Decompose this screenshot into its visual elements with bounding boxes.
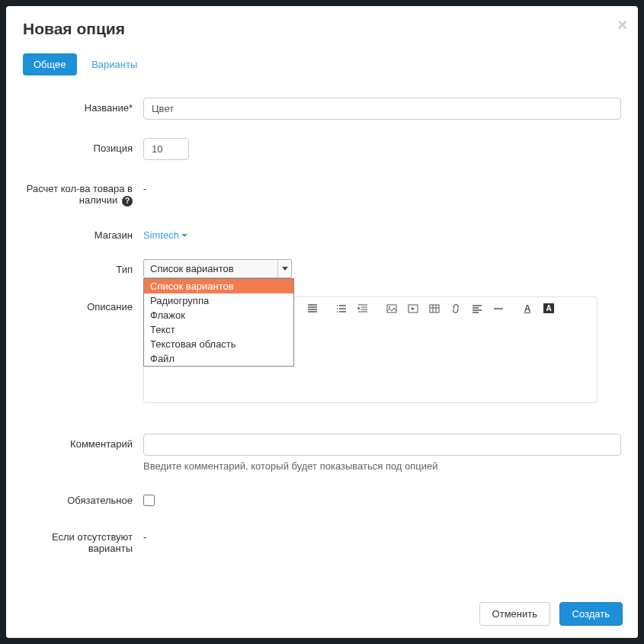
chevron-down-icon <box>277 260 291 277</box>
close-icon[interactable]: × <box>617 15 627 35</box>
align-icon[interactable] <box>467 300 487 317</box>
row-comment: Комментарий Введите комментарий, который… <box>23 434 621 472</box>
row-position: Позиция <box>23 138 621 160</box>
modal-footer: Отменить Создать <box>6 589 638 638</box>
type-dropdown-list: Список вариантов Радиогруппа Флажок Текс… <box>143 278 294 367</box>
label-position: Позиция <box>23 138 143 154</box>
label-description: Описание <box>23 296 143 312</box>
store-dropdown[interactable]: Simtech <box>143 225 187 241</box>
help-icon[interactable]: ? <box>122 196 133 207</box>
table-icon[interactable] <box>425 300 444 317</box>
tab-variants[interactable]: Варианты <box>81 53 148 75</box>
video-icon[interactable] <box>403 300 423 317</box>
cancel-button[interactable]: Отменить <box>479 602 550 626</box>
type-option[interactable]: Радиогруппа <box>144 293 293 308</box>
indent-icon[interactable] <box>353 300 373 317</box>
svg-point-1 <box>389 306 390 308</box>
comment-helper: Введите комментарий, который будет показ… <box>143 460 621 472</box>
link-icon[interactable] <box>446 300 466 317</box>
modal-dialog: Новая опция × Общее Варианты Название* П… <box>6 6 638 638</box>
label-name: Название* <box>23 98 143 114</box>
label-required: Обязательное <box>23 490 143 506</box>
type-option[interactable]: Текстовая область <box>144 337 293 351</box>
type-select[interactable]: Список вариантов <box>143 259 292 278</box>
tab-general[interactable]: Общее <box>23 53 77 75</box>
row-inventory: Расчет кол-ва товара в наличии ? - <box>23 178 621 207</box>
font-color-icon[interactable]: A <box>517 300 537 317</box>
chevron-down-icon <box>181 234 187 237</box>
name-input[interactable] <box>143 98 621 120</box>
type-option[interactable]: Файл <box>144 351 293 366</box>
modal-body: Название* Позиция Расчет кол-ва товара в… <box>6 76 638 589</box>
required-checkbox[interactable] <box>143 495 155 506</box>
label-type: Тип <box>23 259 143 275</box>
label-store: Магазин <box>23 225 143 241</box>
tabs: Общее Варианты <box>6 53 638 76</box>
hr-icon[interactable] <box>489 300 508 317</box>
list-icon[interactable] <box>332 300 351 317</box>
label-inventory: Расчет кол-ва товара в наличии ? <box>23 178 143 207</box>
row-type: Тип Список вариантов Список вариантов Ра… <box>23 259 621 278</box>
row-required: Обязательное <box>23 490 621 508</box>
row-store: Магазин Simtech <box>23 225 621 241</box>
label-missing-variants: Если отсутствуют варианты <box>23 527 143 554</box>
image-icon[interactable] <box>382 300 402 317</box>
comment-input[interactable] <box>143 434 621 456</box>
bg-color-icon[interactable]: A <box>539 300 559 317</box>
row-description: Описание <box>23 296 621 403</box>
align-justify-icon[interactable] <box>303 300 322 317</box>
row-missing-variants: Если отсутствуют варианты - <box>23 527 621 554</box>
position-input[interactable] <box>143 138 189 160</box>
inventory-value: - <box>143 178 621 194</box>
row-name: Название* <box>23 98 621 120</box>
type-option[interactable]: Список вариантов <box>144 279 293 293</box>
type-option[interactable]: Текст <box>144 322 293 337</box>
svg-rect-3 <box>430 305 439 312</box>
modal-title: Новая опция <box>23 20 621 38</box>
missing-variants-value: - <box>143 527 621 543</box>
create-button[interactable]: Создать <box>559 602 623 626</box>
type-option[interactable]: Флажок <box>144 308 293 322</box>
modal-header: Новая опция × <box>6 6 638 53</box>
label-comment: Комментарий <box>23 434 143 450</box>
